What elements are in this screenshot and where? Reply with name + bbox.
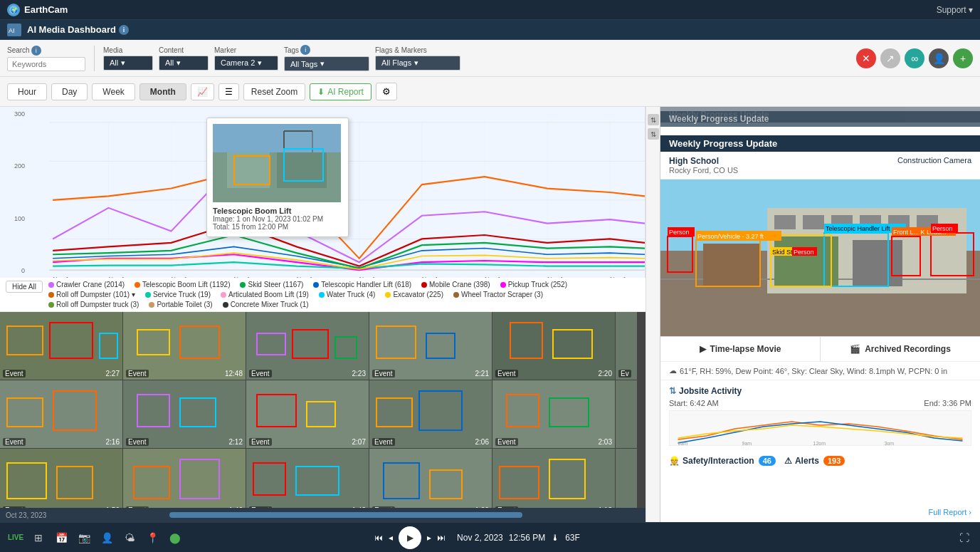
flags-group: Flags & Markers All Flags ▾ bbox=[375, 46, 460, 71]
thumbnail-item[interactable]: Event 2:20 bbox=[492, 312, 615, 380]
alerts-badge: 193 bbox=[823, 456, 845, 466]
expand-icon[interactable]: ⛶ bbox=[956, 529, 973, 546]
thumbnail-item[interactable]: Event 2:03 bbox=[492, 380, 615, 448]
svg-text:Nov 1: Nov 1 bbox=[172, 276, 188, 278]
thumbnail-item[interactable]: Event 1:29 bbox=[369, 449, 492, 508]
list-view-icon[interactable]: ☰ bbox=[218, 83, 239, 100]
person-icon[interactable]: 👤 bbox=[98, 529, 115, 546]
svg-text:AI: AI bbox=[9, 27, 15, 34]
svg-text:Nov 1: Nov 1 bbox=[610, 276, 626, 278]
content-select[interactable]: All ▾ bbox=[159, 56, 209, 71]
support-button[interactable]: Support ▾ bbox=[937, 5, 973, 15]
thumbnail-item[interactable]: Event 2:07 bbox=[246, 380, 369, 448]
thumbnail-item[interactable]: Event 2:27 bbox=[0, 312, 122, 380]
archive-icon: 🎬 bbox=[850, 344, 860, 354]
timelapse-buttons: ▶ Time-lapse Movie 🎬 Archived Recordings bbox=[660, 336, 980, 361]
play-button[interactable]: ▶ bbox=[399, 526, 421, 549]
thumbnail-item[interactable]: Event 2:23 bbox=[246, 312, 369, 380]
chart-settings-button[interactable]: ⚙ bbox=[376, 83, 397, 100]
thumbnail-item[interactable]: Event 1:43 bbox=[246, 449, 369, 508]
safety-stat: 👷 Safety/Interaction 46 bbox=[669, 456, 776, 466]
activity-start: Start: 6:42 AM bbox=[669, 399, 719, 407]
timeline-scroll: Oct 23, 2023 bbox=[0, 508, 646, 522]
legend-telescopic-handler: Telescopic Handler Lift (618) bbox=[313, 281, 411, 288]
archived-recordings-button[interactable]: 🎬 Archived Recordings bbox=[821, 337, 980, 361]
thumbnail-item[interactable]: Event 2:06 bbox=[369, 380, 492, 448]
camera-image[interactable]: Person/Vehicle - 3.27 ft Person Telescop… bbox=[660, 179, 980, 336]
month-button[interactable]: Month bbox=[139, 83, 186, 100]
flags-label: Flags & Markers bbox=[375, 46, 460, 54]
thumbnail-item[interactable] bbox=[616, 449, 637, 508]
thumbnail-item[interactable]: Event 2:21 bbox=[369, 312, 492, 380]
svg-text:🌍: 🌍 bbox=[11, 6, 18, 14]
day-button[interactable]: Day bbox=[51, 83, 88, 100]
search-info-icon[interactable]: i bbox=[31, 46, 41, 56]
legend-mobile-crane: Mobile Crane (398) bbox=[421, 281, 490, 288]
svg-text:Nov 1: Nov 1 bbox=[422, 276, 438, 278]
reset-zoom-button[interactable]: Reset Zoom bbox=[243, 83, 305, 100]
progress-panel-back-1: Weekly Progress Update bbox=[660, 111, 980, 127]
arrow-down-button[interactable]: ⇅ bbox=[648, 128, 659, 140]
play-icon: ▶ bbox=[700, 344, 706, 354]
dashboard-info-icon[interactable]: i bbox=[119, 25, 129, 35]
timeline-scrollbar[interactable] bbox=[52, 512, 640, 518]
flags-select[interactable]: All Flags ▾ bbox=[375, 56, 460, 71]
map-icon[interactable]: 📍 bbox=[144, 529, 161, 546]
safety-label: 👷 Safety/Interaction bbox=[669, 456, 754, 466]
week-button[interactable]: Week bbox=[92, 83, 135, 100]
skip-forward-icon[interactable]: ⏭ bbox=[437, 533, 446, 543]
share-button[interactable]: ↗ bbox=[880, 48, 900, 68]
svg-text:Person: Person bbox=[794, 249, 814, 256]
thumbnail-row-3: Event 1:50 Event 1:46 Event 1:43 bbox=[0, 449, 646, 508]
tooltip-image bbox=[213, 124, 341, 202]
thumbnail-item[interactable]: Event 1:13 bbox=[492, 449, 615, 508]
hour-button[interactable]: Hour bbox=[7, 83, 47, 100]
add-button[interactable]: + bbox=[953, 48, 973, 68]
alerts-label: ⚠ Alerts bbox=[784, 456, 819, 466]
tags-info-icon[interactable]: i bbox=[300, 45, 310, 55]
marker-select[interactable]: Camera 2 ▾ bbox=[214, 56, 278, 71]
camera-image-svg: Person/Vehicle - 3.27 ft Person Telescop… bbox=[660, 179, 980, 336]
svg-rect-91 bbox=[774, 215, 796, 229]
media-select[interactable]: All ▾ bbox=[103, 56, 153, 71]
user-button[interactable]: 👤 bbox=[929, 48, 949, 68]
filter-bar: Search i Media All ▾ Content All ▾ Marke… bbox=[0, 40, 980, 77]
live-button[interactable]: LIVE bbox=[7, 529, 24, 546]
thumbnail-item[interactable]: Event 12:48 bbox=[123, 312, 246, 380]
download-icon: ⬇ bbox=[317, 87, 325, 97]
thumbnail-item[interactable]: Event 2:16 bbox=[0, 380, 122, 448]
calendar-button[interactable]: 📅 bbox=[53, 529, 70, 546]
tags-select[interactable]: All Tags ▾ bbox=[284, 56, 369, 71]
top-navigation: 🌍 EarthCam Support ▾ bbox=[0, 0, 980, 20]
connect-button[interactable]: ∞ bbox=[905, 48, 924, 68]
media-group: Media All ▾ bbox=[103, 46, 153, 71]
timelapse-movie-button[interactable]: ▶ Time-lapse Movie bbox=[660, 337, 821, 361]
camera-icon[interactable]: 📷 bbox=[75, 529, 93, 546]
search-input[interactable] bbox=[7, 57, 85, 71]
thumbnail-grid: Event 2:27 Event 12:48 Event 2:23 bbox=[0, 312, 646, 508]
skip-back-icon[interactable]: ⏮ bbox=[374, 533, 383, 543]
playback-temp: 63F bbox=[565, 533, 580, 543]
step-back-icon[interactable]: ◂ bbox=[389, 533, 393, 543]
svg-text:Person: Person bbox=[932, 225, 953, 232]
media-label: Media bbox=[103, 46, 153, 54]
progress-panels-stack: Weekly Progress Update Weekly Progress U… bbox=[660, 107, 980, 135]
content-group: Content All ▾ bbox=[159, 46, 209, 71]
thumbnail-item[interactable]: Event 2:12 bbox=[123, 380, 246, 448]
close-action-button[interactable]: ✕ bbox=[856, 48, 876, 68]
tooltip-image-label: Image: 1 on Nov 1, 2023 01:02 PM bbox=[213, 215, 342, 223]
weather-bottom-icon[interactable]: 🌤 bbox=[121, 529, 138, 546]
legend-pickup-truck: Pickup Truck (252) bbox=[500, 281, 567, 288]
thumbnail-item[interactable]: Event 1:46 bbox=[123, 449, 246, 508]
main-content-area: 300 200 100 0 bbox=[0, 107, 646, 522]
hide-all-button[interactable]: Hide All bbox=[6, 281, 43, 293]
full-report-button[interactable]: Full Report › bbox=[929, 508, 971, 516]
line-chart-icon[interactable]: 📈 bbox=[191, 83, 214, 100]
thumbnail-item[interactable] bbox=[616, 380, 637, 448]
step-forward-icon[interactable]: ▸ bbox=[427, 533, 431, 543]
grid-view-button[interactable]: ⊞ bbox=[30, 529, 47, 546]
thumbnail-item[interactable]: Ev bbox=[616, 312, 637, 380]
arrow-up-button[interactable]: ⇅ bbox=[648, 114, 659, 125]
ai-report-button[interactable]: ⬇ AI Report bbox=[310, 83, 372, 100]
thumbnail-item[interactable]: Event 1:50 bbox=[0, 449, 122, 508]
